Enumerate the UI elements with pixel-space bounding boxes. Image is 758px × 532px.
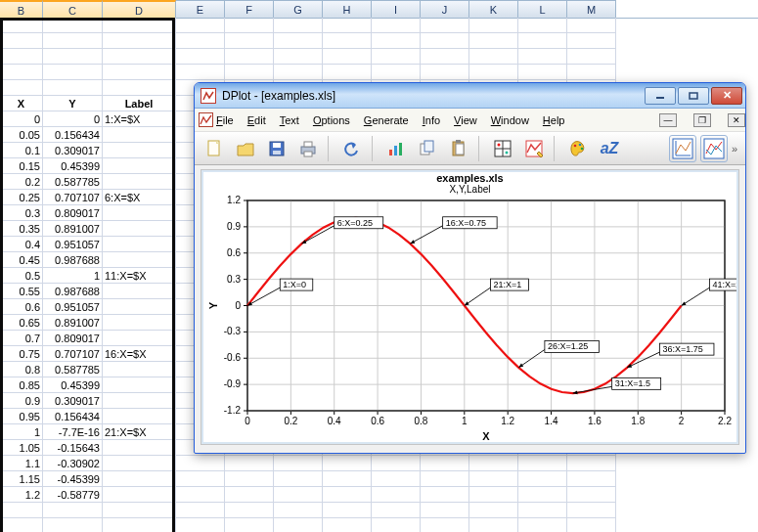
cell[interactable] xyxy=(176,33,225,49)
cell[interactable]: 21:X=$X xyxy=(103,424,176,440)
cell[interactable] xyxy=(323,503,372,518)
cell[interactable] xyxy=(103,65,176,80)
mdi-restore-button[interactable]: ❐ xyxy=(693,113,711,127)
cell[interactable] xyxy=(518,487,567,503)
cell[interactable] xyxy=(518,503,567,518)
cell[interactable] xyxy=(103,143,176,158)
cell[interactable] xyxy=(274,65,323,80)
cell[interactable]: 0.2 xyxy=(0,174,43,190)
column-header-E[interactable]: E xyxy=(176,0,225,18)
cell[interactable] xyxy=(372,518,421,532)
cell[interactable] xyxy=(225,49,274,65)
cell[interactable] xyxy=(469,65,518,80)
cell[interactable] xyxy=(225,18,274,33)
save-button[interactable] xyxy=(263,135,290,162)
cell[interactable] xyxy=(421,18,469,33)
cell[interactable] xyxy=(43,80,103,96)
cell[interactable] xyxy=(0,18,43,33)
cell[interactable]: 0.707107 xyxy=(43,190,103,205)
cell[interactable]: 0.35 xyxy=(0,221,43,237)
cell[interactable] xyxy=(323,65,372,80)
cell[interactable] xyxy=(469,471,518,487)
cell[interactable] xyxy=(469,456,518,471)
cell[interactable] xyxy=(176,487,225,503)
cell[interactable] xyxy=(323,518,372,532)
cell[interactable] xyxy=(103,221,176,237)
cell[interactable]: 1 xyxy=(0,424,43,440)
cell[interactable] xyxy=(323,49,372,65)
cell[interactable] xyxy=(103,377,176,393)
cell[interactable]: 0.6 xyxy=(0,299,43,315)
cell[interactable] xyxy=(567,471,616,487)
cell[interactable] xyxy=(421,518,469,532)
cell[interactable] xyxy=(0,49,43,65)
axes-multi-button[interactable] xyxy=(700,135,728,162)
cell[interactable] xyxy=(225,487,274,503)
cell[interactable]: 0.3 xyxy=(0,205,43,221)
cell[interactable] xyxy=(274,518,323,532)
cell[interactable] xyxy=(176,456,225,471)
cell[interactable]: 0.65 xyxy=(0,315,43,331)
cell[interactable] xyxy=(421,49,469,65)
cell[interactable]: 1.2 xyxy=(0,487,43,503)
cell[interactable] xyxy=(176,503,225,518)
toolbar-overflow-button[interactable]: » xyxy=(732,143,739,155)
column-header-B[interactable]: B xyxy=(0,0,43,18)
cell[interactable] xyxy=(43,18,103,33)
cell[interactable] xyxy=(518,33,567,49)
cell[interactable] xyxy=(225,33,274,49)
cell[interactable] xyxy=(43,518,103,532)
cell[interactable] xyxy=(103,315,176,331)
mdi-minimize-button[interactable]: — xyxy=(659,113,677,127)
axes-linlin-button[interactable] xyxy=(669,135,696,162)
cell[interactable] xyxy=(274,18,323,33)
cell[interactable]: -0.15643 xyxy=(43,440,103,456)
cell[interactable]: 0.95 xyxy=(0,409,43,424)
cell[interactable] xyxy=(176,18,225,33)
cell[interactable] xyxy=(567,503,616,518)
menu-info[interactable]: Info xyxy=(423,114,440,126)
cell[interactable] xyxy=(43,503,103,518)
cell[interactable]: 0.85 xyxy=(0,377,43,393)
open-file-button[interactable] xyxy=(232,135,259,162)
cell[interactable] xyxy=(103,440,176,456)
cell[interactable]: Y xyxy=(43,96,103,111)
cell[interactable] xyxy=(103,237,176,252)
cell[interactable] xyxy=(176,518,225,532)
minimize-button[interactable] xyxy=(645,87,676,105)
cell[interactable]: X xyxy=(0,96,43,111)
cell[interactable]: 0.156434 xyxy=(43,409,103,424)
cell[interactable] xyxy=(372,18,421,33)
menu-window[interactable]: Window xyxy=(491,114,529,126)
menu-help[interactable]: Help xyxy=(543,114,565,126)
cell[interactable]: 1.1 xyxy=(0,456,43,471)
cell[interactable]: 16:X=$X xyxy=(103,346,176,362)
cell[interactable] xyxy=(421,456,469,471)
cell[interactable] xyxy=(518,471,567,487)
column-header-J[interactable]: J xyxy=(421,0,469,18)
column-header-L[interactable]: L xyxy=(518,0,567,18)
cell[interactable]: 0.45 xyxy=(0,252,43,268)
cell[interactable]: 0.5 xyxy=(0,268,43,284)
cell[interactable]: 1.05 xyxy=(0,440,43,456)
cell[interactable] xyxy=(43,65,103,80)
cell[interactable] xyxy=(0,33,43,49)
cell[interactable]: -0.30902 xyxy=(43,456,103,471)
cell[interactable] xyxy=(518,18,567,33)
cell[interactable] xyxy=(103,471,176,487)
cell[interactable]: 0.707107 xyxy=(43,346,103,362)
cell[interactable] xyxy=(372,487,421,503)
cell[interactable]: 1 xyxy=(43,268,103,284)
cell[interactable] xyxy=(225,65,274,80)
edit-plot-button[interactable] xyxy=(520,135,548,162)
cell[interactable] xyxy=(518,49,567,65)
cell[interactable]: 0.809017 xyxy=(43,205,103,221)
cell[interactable]: 0.891007 xyxy=(43,221,103,237)
new-file-button[interactable] xyxy=(201,135,228,162)
cell[interactable] xyxy=(103,49,176,65)
cell[interactable] xyxy=(518,518,567,532)
cell[interactable]: 0.15 xyxy=(0,158,43,174)
cell[interactable] xyxy=(274,487,323,503)
cell[interactable] xyxy=(103,284,176,299)
cell[interactable] xyxy=(103,80,176,96)
